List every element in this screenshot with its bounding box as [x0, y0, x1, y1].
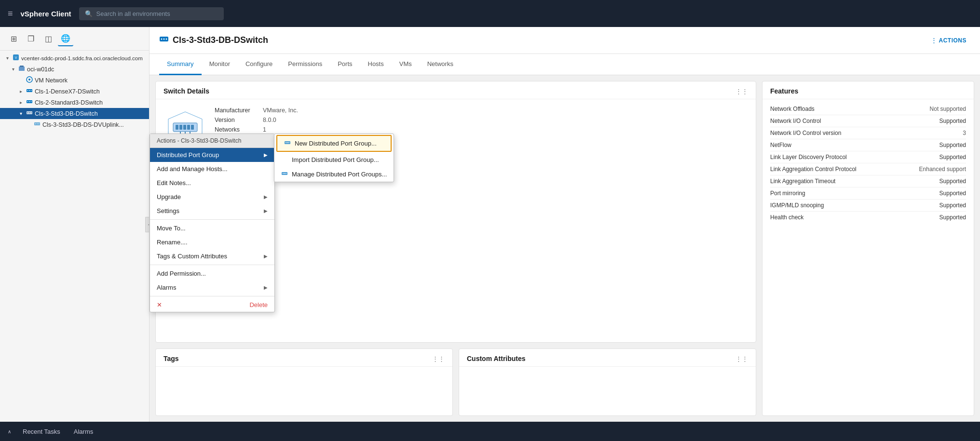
ctx-item-settings[interactable]: Settings ▶ [150, 204, 274, 218]
chevron-right-icon: ▸ [17, 99, 24, 106]
collapse-sidebar-button[interactable]: ◀ [145, 217, 150, 232]
new-dpg-label: New Distributed Port Group... [295, 140, 377, 147]
svg-point-21 [39, 123, 40, 124]
feature-name-9: Health check [770, 214, 803, 221]
tags-menu-icon[interactable]: ⋮⋮ [432, 355, 445, 362]
ctx-label-upgrade: Upgrade [157, 193, 181, 200]
switch-details-title: Switch Details [163, 87, 209, 95]
ctx-label-edit-notes: Edit Notes... [157, 179, 191, 187]
ctx-label-settings: Settings [157, 207, 179, 214]
recent-tasks-label: Recent Tasks [23, 428, 60, 435]
sidebar-network-icon[interactable]: 🌐 [58, 31, 73, 46]
version-value: 8.0.0 [263, 117, 276, 123]
svg-rect-30 [179, 125, 182, 130]
feature-name-6: Link Aggregation Timeout [770, 178, 835, 185]
svg-point-9 [31, 90, 32, 91]
ctx-label-tags-attrs: Tags & Custom Attributes [157, 253, 227, 260]
delete-icon: ✕ [157, 301, 162, 308]
feature-value-2: 3 [963, 130, 966, 136]
ctx-upgrade-arrow-icon: ▶ [264, 194, 268, 200]
tab-hosts[interactable]: Hosts [360, 54, 392, 75]
feature-value-4: Supported [939, 154, 966, 160]
svg-point-8 [29, 90, 30, 91]
ctx-item-tags-attrs[interactable]: Tags & Custom Attributes ▶ [150, 249, 274, 263]
svg-point-5 [28, 79, 30, 80]
tree-item-cls3[interactable]: ▾ Cls-3-Std3-DB-DSwitch [0, 108, 149, 119]
tree-item-cls2[interactable]: ▸ Cls-2-Standard3-DSwitch [0, 97, 149, 108]
svg-point-15 [27, 112, 28, 113]
tree-item-oci-w01dc[interactable]: ▾ oci-w01dc [0, 64, 149, 75]
feature-value-1: Supported [939, 118, 966, 124]
tab-permissions[interactable]: Permissions [280, 54, 330, 75]
svg-point-12 [29, 101, 30, 102]
dswitch-icon [26, 109, 33, 118]
search-icon: 🔍 [85, 10, 93, 17]
ctx-label-alarms: Alarms [157, 284, 176, 291]
feature-name-2: Network I/O Control version [770, 130, 841, 136]
chevron-down-icon: ▾ [4, 55, 11, 62]
ctx-item-delete[interactable]: ✕ Delete [150, 298, 274, 312]
submenu-item-manage-dpg[interactable]: Manage Distributed Port Groups... [274, 167, 394, 182]
ctx-separator-3 [150, 296, 274, 296]
sidebar-storage-icon[interactable]: ◫ [41, 31, 56, 46]
sidebar-vms-icon[interactable]: ❐ [23, 31, 39, 46]
ctx-item-alarms[interactable]: Alarms ▶ [150, 281, 274, 294]
svg-rect-32 [187, 125, 190, 130]
tree-item-vcenter[interactable]: ▾ V vcenter-sddc-prod-1.sddc.fra.oci.ora… [0, 53, 149, 64]
networks-value: 1 [263, 126, 266, 133]
menu-icon[interactable]: ≡ [8, 9, 13, 19]
manage-dpg-icon [281, 170, 288, 178]
vm-network-label: VM Network [35, 77, 68, 84]
tab-ports[interactable]: Ports [330, 54, 360, 75]
alarms-button[interactable]: Alarms [72, 428, 95, 435]
svg-point-25 [166, 39, 167, 40]
actions-button[interactable]: ⋮ ACTIONS [927, 35, 971, 46]
manufacturer-value: VMware, Inc. [263, 107, 298, 114]
tab-vms[interactable]: VMs [392, 54, 420, 75]
ctx-item-dist-port-group[interactable]: Distributed Port Group ▶ [150, 148, 274, 162]
svg-point-11 [27, 101, 28, 102]
tree-item-cls1[interactable]: ▸ Cls-1-DenseX7-DSwitch [0, 86, 149, 97]
svg-rect-2 [19, 67, 25, 71]
tree-item-dvuplink[interactable]: Cls-3-Std3-DB-DS-DVUplink... [0, 119, 149, 130]
submenu-item-new-dpg[interactable]: New Distributed Port Group... [276, 135, 392, 152]
spacer [17, 77, 24, 84]
ctx-item-rename[interactable]: Rename.... [150, 235, 274, 249]
tab-networks[interactable]: Networks [420, 54, 461, 75]
feature-row-7: Port mirroring Supported [770, 187, 966, 200]
custom-attrs-menu-icon[interactable]: ⋮⋮ [735, 355, 748, 362]
content-header: Cls-3-Std3-DB-DSwitch ⋮ ACTIONS [150, 27, 980, 54]
ctx-label-delete: Delete [249, 301, 268, 308]
tab-monitor[interactable]: Monitor [202, 54, 238, 75]
ctx-arrow-icon: ▶ [264, 152, 268, 158]
ctx-alarms-arrow-icon: ▶ [264, 285, 268, 290]
sidebar-tree: ▾ V vcenter-sddc-prod-1.sddc.fra.oci.ora… [0, 51, 149, 422]
feature-row-8: IGMP/MLD snooping Supported [770, 200, 966, 212]
ctx-item-upgrade[interactable]: Upgrade ▶ [150, 190, 274, 204]
recent-tasks-button[interactable]: Recent Tasks [21, 428, 62, 435]
svg-point-7 [27, 90, 28, 91]
tab-summary[interactable]: Summary [159, 54, 202, 75]
ctx-item-add-manage-hosts[interactable]: Add and Manage Hosts... [150, 162, 274, 176]
ctx-item-move-to[interactable]: Move To... [150, 221, 274, 235]
app-title: vSphere Client [21, 10, 71, 18]
features-card: Features Network Offloads Not supported … [762, 81, 974, 416]
search-input[interactable] [96, 10, 212, 17]
svg-rect-29 [176, 125, 178, 130]
custom-attrs-title: Custom Attributes [467, 355, 526, 362]
switch-details-menu-icon[interactable]: ⋮⋮ [735, 88, 748, 95]
svg-point-41 [288, 142, 289, 143]
search-bar[interactable]: 🔍 [79, 7, 224, 20]
svg-point-40 [287, 142, 288, 143]
tabs-bar: Summary Monitor Configure Permissions Po… [150, 54, 980, 75]
tab-configure[interactable]: Configure [238, 54, 280, 75]
tree-item-vm-network[interactable]: VM Network [0, 75, 149, 86]
sidebar-panels-icon[interactable]: ⊞ [6, 31, 21, 46]
bottom-expand-icon[interactable]: ∧ [8, 429, 11, 434]
submenu-item-import-dpg[interactable]: Import Distributed Port Group... [274, 153, 394, 167]
ctx-item-edit-notes[interactable]: Edit Notes... [150, 176, 274, 190]
svg-point-39 [286, 142, 286, 143]
manufacturer-label: Manufacturer [215, 107, 263, 114]
ctx-item-add-permission[interactable]: Add Permission... [150, 267, 274, 281]
submenu-dist-port-group: New Distributed Port Group... Import Dis… [274, 134, 394, 182]
